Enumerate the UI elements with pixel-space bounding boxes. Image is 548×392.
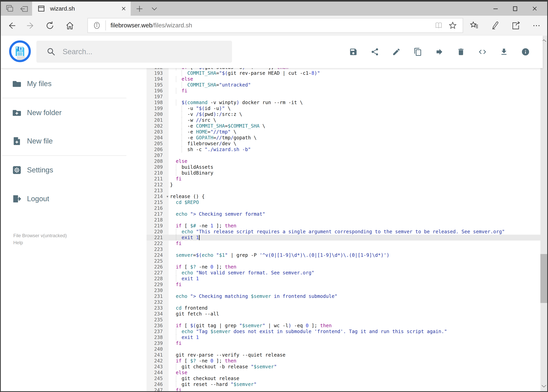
code-line[interactable]: 221exit 1 — [146, 235, 540, 240]
code-line[interactable]: 217echo "> Checking semver format" — [146, 211, 540, 217]
code-line[interactable]: 238exit 1 — [146, 335, 540, 340]
refresh-icon[interactable] — [45, 21, 55, 30]
code-line[interactable]: 210buildBinary — [146, 170, 540, 176]
sidebar-item-settings[interactable]: Settings — [1, 159, 138, 181]
sidebar-item-logout[interactable]: Logout — [1, 188, 138, 210]
code-line[interactable]: 237echo "Tag $semver does not exist in s… — [146, 329, 540, 335]
rename-button[interactable] — [392, 48, 401, 56]
code-line[interactable]: 197 — [146, 94, 540, 100]
code-line[interactable]: 198$(command -v winpty) docker run --rm … — [146, 100, 540, 105]
code-line[interactable]: 242if [ $? -ne 0 ]; then — [146, 358, 540, 364]
reading-view-icon[interactable] — [435, 21, 443, 29]
home-icon[interactable] — [65, 21, 75, 30]
code-line[interactable]: 212} — [146, 182, 540, 188]
code-line[interactable]: 214▾release () { — [146, 194, 540, 199]
code-line[interactable]: 228exit 1 — [146, 276, 540, 282]
sidebar-item-new-file[interactable]: New file — [1, 130, 138, 152]
hub-icon[interactable] — [469, 21, 479, 30]
code-line[interactable]: 245git checkout release — [146, 376, 540, 381]
code-line[interactable]: 241git rev-parse --verify --quiet releas… — [146, 352, 540, 358]
download-button[interactable] — [500, 48, 508, 56]
code-editor[interactable]: 192if [ "$(git status -s)" != "" ]; then… — [146, 68, 540, 391]
code-line[interactable]: 234git fetch --all — [146, 311, 540, 317]
code-line[interactable]: 211fi — [146, 176, 540, 182]
code-line[interactable]: 235 — [146, 317, 540, 323]
code-line[interactable]: 206sh -c "./wizard.sh -b" — [146, 147, 540, 153]
code-line[interactable]: 223 — [146, 246, 540, 252]
code-line[interactable]: 213 — [146, 188, 540, 194]
code-line[interactable]: 203-e HOME="//tmp" \ — [146, 129, 540, 135]
forward-icon[interactable] — [26, 21, 36, 30]
code-line[interactable]: 220echo "This release script requires a … — [146, 229, 540, 235]
code-line[interactable]: 196fi — [146, 88, 540, 94]
code-line[interactable]: 216 — [146, 205, 540, 211]
code-line[interactable]: 199-u "$(id -u)" \ — [146, 105, 540, 111]
save-button[interactable] — [349, 48, 358, 56]
code-line[interactable]: 204-e GOPATH=//tmp/gopath \ — [146, 135, 540, 141]
search-input[interactable]: Search... — [36, 41, 232, 63]
code-line[interactable]: 192if [ "$(git status -s)" != "" ]; then — [146, 68, 540, 70]
sidebar-item-my-files[interactable]: My files — [1, 73, 138, 95]
code-line[interactable]: 226if [ $? -ne 0 ]; then — [146, 264, 540, 270]
code-line[interactable]: 224semver=$(echo "$1" | grep -P '^v(0|[1… — [146, 252, 540, 258]
share-button[interactable] — [371, 48, 379, 56]
page-scrollbar[interactable] — [540, 36, 547, 391]
code-line[interactable]: 202-e COMMIT_SHA=$COMMIT_SHA \ — [146, 123, 540, 129]
share-icon[interactable] — [511, 21, 520, 30]
code-line[interactable]: 230 — [146, 287, 540, 293]
sidebar-item-new-folder[interactable]: New folder — [1, 102, 138, 124]
code-line[interactable]: 236if [ $(git tag | grep "$semver" | wc … — [146, 323, 540, 329]
back-icon[interactable] — [7, 21, 16, 30]
info-button[interactable] — [521, 48, 530, 56]
annotate-pen-icon[interactable] — [490, 21, 500, 30]
maximize-icon[interactable] — [505, 1, 525, 16]
code-line[interactable]: 200-v /$(pwd):/src:z \ — [146, 111, 540, 117]
code-line[interactable]: 227echo "Not valid semver format. See se… — [146, 270, 540, 276]
code-line[interactable]: 229fi — [146, 282, 540, 287]
code-line[interactable]: 194else — [146, 76, 540, 82]
more-icon[interactable] — [532, 21, 541, 30]
tabs-chevron-icon[interactable] — [151, 6, 158, 11]
page-info-icon[interactable] — [92, 21, 101, 30]
code-line[interactable]: 209buildAssets — [146, 164, 540, 170]
scrollbar-thumb[interactable] — [540, 254, 547, 303]
close-tab-icon[interactable] — [120, 5, 128, 13]
code-line[interactable]: 222fi — [146, 240, 540, 246]
window-switch-icon[interactable] — [20, 4, 29, 13]
code-line[interactable]: 244else — [146, 370, 540, 376]
code-line[interactable]: 207 — [146, 153, 540, 158]
code-line[interactable]: 240 — [146, 346, 540, 352]
fold-arrow-icon[interactable]: ▾ — [166, 194, 168, 199]
code-line[interactable]: 193COMMIT_SHA="$(git rev-parse HEAD | cu… — [146, 70, 540, 76]
url-text[interactable]: filebrowser.web/files/wizard.sh — [111, 22, 435, 29]
code-line[interactable]: 233cd frontend — [146, 305, 540, 311]
code-line[interactable]: 215cd $REPO — [146, 199, 540, 205]
code-line[interactable]: 243git checkout -b release "$semver" — [146, 364, 540, 370]
code-line[interactable]: 247fi — [146, 387, 540, 391]
filebrowser-logo-icon[interactable] — [9, 40, 31, 62]
source-code-button[interactable] — [478, 48, 487, 56]
code-line[interactable]: 231echo "> Checking matching $semver in … — [146, 293, 540, 299]
code-line[interactable]: 232 — [146, 299, 540, 305]
code-line[interactable]: 201-w //src \ — [146, 117, 540, 123]
delete-button[interactable] — [457, 48, 465, 56]
code-line[interactable]: 208else — [146, 158, 540, 164]
url-box[interactable]: filebrowser.web/files/wizard.sh — [87, 18, 463, 33]
code-line[interactable]: 219if [ $# -ne 1 ]; then — [146, 223, 540, 229]
close-window-icon[interactable] — [525, 1, 544, 16]
minimize-icon[interactable] — [486, 1, 505, 16]
copy-button[interactable] — [414, 48, 422, 56]
code-line[interactable]: 205filebrowser/dev \ — [146, 141, 540, 147]
favorite-star-icon[interactable] — [449, 21, 457, 29]
move-button[interactable] — [435, 48, 444, 56]
code-line[interactable]: 225 — [146, 258, 540, 264]
scroll-down-icon[interactable] — [540, 382, 547, 390]
help-link[interactable]: Help — [13, 239, 23, 246]
code-line[interactable]: 218 — [146, 217, 540, 223]
active-tab[interactable]: wizard.sh — [32, 1, 131, 16]
code-line[interactable]: 239fi — [146, 340, 540, 346]
new-tab-icon[interactable] — [135, 5, 144, 13]
code-line[interactable]: 246git reset --hard "$semver" — [146, 381, 540, 387]
code-line[interactable]: 195COMMIT_SHA="untracked" — [146, 82, 540, 88]
tab-preview-icon[interactable] — [5, 4, 14, 13]
